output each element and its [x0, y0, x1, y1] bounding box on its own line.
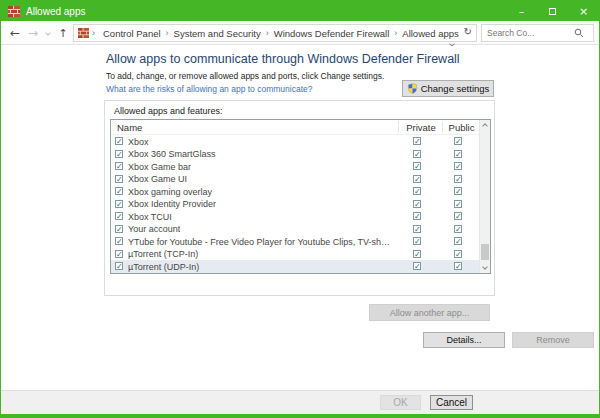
back-button[interactable]: ← — [7, 21, 23, 45]
app-enabled-checkbox[interactable]: ✓ — [115, 150, 123, 158]
breadcrumb-separator-icon[interactable]: › — [263, 28, 272, 38]
search-box[interactable] — [481, 24, 594, 42]
private-checkbox[interactable]: ✓ — [413, 212, 421, 220]
private-checkbox[interactable]: ✓ — [413, 225, 421, 233]
up-button[interactable]: ↑ — [55, 21, 71, 45]
app-enabled-checkbox[interactable]: ✓ — [115, 162, 123, 170]
public-checkbox[interactable]: ✓ — [454, 250, 462, 258]
public-checkbox[interactable]: ✓ — [454, 200, 462, 208]
refresh-button[interactable]: ↻ — [464, 26, 472, 37]
public-checkbox[interactable]: ✓ — [454, 137, 462, 145]
public-checkbox[interactable]: ✓ — [454, 262, 462, 270]
breadcrumb-item[interactable]: System and Security — [172, 28, 263, 39]
private-checkbox[interactable]: ✓ — [413, 250, 421, 258]
chevron-down-icon — [482, 264, 488, 270]
app-name: Xbox gaming overlay — [128, 187, 212, 197]
close-icon: × — [579, 5, 588, 18]
app-row[interactable]: ✓ Xbox Identity Provider ✓ ✓ — [111, 198, 480, 211]
private-checkbox[interactable]: ✓ — [413, 162, 421, 170]
column-header-private[interactable]: Private — [399, 122, 443, 133]
scroll-up-button[interactable] — [480, 120, 490, 132]
chevron-up-icon — [482, 123, 488, 129]
private-checkbox[interactable]: ✓ — [413, 187, 421, 195]
public-checkbox[interactable]: ✓ — [454, 187, 462, 195]
scroll-down-button[interactable] — [480, 261, 490, 273]
app-row[interactable]: ✓ Xbox TCUI ✓ ✓ — [111, 210, 480, 223]
app-row[interactable]: ✓ Xbox Game bar ✓ ✓ — [111, 160, 480, 173]
cancel-button[interactable]: Cancel — [430, 395, 473, 410]
minimize-button[interactable]: – — [506, 1, 537, 21]
public-checkbox[interactable]: ✓ — [454, 237, 462, 245]
app-enabled-checkbox[interactable]: ✓ — [115, 250, 123, 258]
app-name: µTorrent (TCP-In) — [128, 249, 198, 259]
app-row[interactable]: ✓ Xbox ✓ ✓ — [111, 135, 480, 148]
breadcrumb-separator-icon[interactable]: › — [391, 28, 400, 38]
public-checkbox[interactable]: ✓ — [454, 225, 462, 233]
app-enabled-checkbox[interactable]: ✓ — [115, 200, 123, 208]
titlebar[interactable]: Allowed apps – × — [1, 1, 599, 21]
back-icon: ← — [10, 26, 20, 40]
breadcrumb-item[interactable]: Windows Defender Firewall — [272, 28, 392, 39]
refresh-icon: ↻ — [464, 26, 472, 37]
private-checkbox[interactable]: ✓ — [413, 262, 421, 270]
app-name: Xbox Game UI — [128, 174, 187, 184]
app-row[interactable]: ✓ µTorrent (TCP-In) ✓ ✓ — [111, 248, 480, 261]
app-row[interactable]: ✓ Xbox 360 SmartGlass ✓ ✓ — [111, 148, 480, 161]
app-row[interactable]: ✓ Xbox Game UI ✓ ✓ — [111, 173, 480, 186]
app-enabled-checkbox[interactable]: ✓ — [115, 212, 123, 220]
column-header-public[interactable]: Public — [443, 122, 480, 133]
change-settings-button[interactable]: Change settings — [402, 80, 494, 97]
app-name: Your account — [128, 224, 180, 234]
private-checkbox[interactable]: ✓ — [413, 237, 421, 245]
app-name: µTorrent (UDP-In) — [128, 262, 199, 272]
vertical-scrollbar[interactable] — [479, 120, 490, 273]
breadcrumb: Control Panel›System and Security›Window… — [101, 28, 461, 39]
details-button[interactable]: Details... — [423, 332, 505, 348]
column-header-name[interactable]: Name — [117, 122, 142, 133]
firewall-app-icon — [8, 6, 20, 17]
app-name: Xbox Identity Provider — [128, 199, 216, 209]
public-checkbox[interactable]: ✓ — [454, 212, 462, 220]
forward-icon: → — [28, 26, 38, 40]
app-enabled-checkbox[interactable]: ✓ — [115, 262, 123, 270]
address-toolbar: ← → ↑ › Control Panel›System and Securit… — [1, 21, 599, 45]
remove-button[interactable]: Remove — [512, 332, 594, 348]
app-row[interactable]: ✓ µTorrent (UDP-In) ✓ ✓ — [111, 260, 480, 273]
app-row[interactable]: ✓ Xbox gaming overlay ✓ ✓ — [111, 185, 480, 198]
forward-button[interactable]: → — [25, 21, 41, 45]
app-enabled-checkbox[interactable]: ✓ — [115, 237, 123, 245]
app-list-body: ✓ Xbox ✓ ✓ ✓ Xbox 360 SmartGlass ✓ ✓ ✓ X… — [111, 135, 480, 273]
private-checkbox[interactable]: ✓ — [413, 200, 421, 208]
chevron-down-icon — [45, 30, 51, 36]
app-enabled-checkbox[interactable]: ✓ — [115, 187, 123, 195]
public-checkbox[interactable]: ✓ — [454, 175, 462, 183]
maximize-icon — [549, 8, 556, 15]
private-checkbox[interactable]: ✓ — [413, 137, 421, 145]
recent-pages-button[interactable] — [42, 21, 54, 45]
search-icon — [574, 28, 584, 38]
address-bar[interactable]: › Control Panel›System and Security›Wind… — [73, 24, 477, 42]
app-enabled-checkbox[interactable]: ✓ — [115, 175, 123, 183]
allowed-apps-window: Allowed apps – × ← → ↑ › Control Panel›S… — [0, 0, 600, 418]
list-header: Name Private Public — [111, 120, 480, 135]
private-checkbox[interactable]: ✓ — [413, 175, 421, 183]
page-description: To add, change, or remove allowed apps a… — [106, 71, 384, 81]
app-name: Xbox — [128, 137, 149, 147]
maximize-button[interactable] — [537, 1, 568, 21]
breadcrumb-separator-icon: › — [89, 28, 98, 38]
ok-button[interactable]: OK — [380, 395, 421, 410]
app-row[interactable]: ✓ YTube for Youtube - Free Video Player … — [111, 235, 480, 248]
public-checkbox[interactable]: ✓ — [454, 150, 462, 158]
public-checkbox[interactable]: ✓ — [454, 162, 462, 170]
risks-link[interactable]: What are the risks of allowing an app to… — [106, 84, 312, 94]
close-button[interactable]: × — [568, 1, 599, 21]
scrollbar-thumb[interactable] — [481, 244, 489, 260]
app-enabled-checkbox[interactable]: ✓ — [115, 225, 123, 233]
app-row[interactable]: ✓ Your account ✓ ✓ — [111, 223, 480, 236]
search-input[interactable] — [482, 28, 574, 38]
allow-another-app-button[interactable]: Allow another app... — [369, 304, 490, 321]
breadcrumb-item[interactable]: Control Panel — [101, 28, 163, 39]
private-checkbox[interactable]: ✓ — [413, 150, 421, 158]
breadcrumb-separator-icon[interactable]: › — [163, 28, 172, 38]
app-enabled-checkbox[interactable]: ✓ — [115, 137, 123, 145]
